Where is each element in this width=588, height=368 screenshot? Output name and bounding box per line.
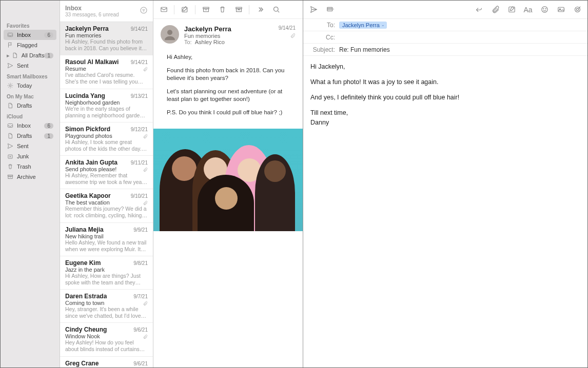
sidebar-section-title: Smart Mailboxes	[4, 71, 56, 80]
message-subject: Neighborhood garden	[65, 99, 148, 106]
send-button[interactable]	[306, 3, 321, 16]
sidebar-item-label: Archive	[17, 174, 36, 180]
message-list-header: Inbox 33 messages, 6 unread	[60, 1, 153, 22]
message-from: Cindy Cheung	[65, 326, 107, 333]
compose-body[interactable]: Hi Jackelyn,What a fun photo! It was a j…	[303, 56, 587, 367]
message-item[interactable]: Eugene Kim9/8/21Jazz in the parkHi Ashle…	[60, 256, 153, 290]
attachment-icon	[279, 33, 296, 39]
message-item[interactable]: Juliana Mejia9/9/21New hiking trailHello…	[60, 223, 153, 256]
recipient-name: Ashley Rico	[195, 39, 225, 45]
svg-rect-0	[8, 33, 12, 37]
sidebar-item-label: Junk	[17, 153, 29, 159]
search-icon[interactable]	[269, 3, 283, 16]
sidebar-item-today[interactable]: Today	[4, 80, 56, 91]
archive-icon	[7, 173, 14, 180]
photo-browser-icon[interactable]	[554, 3, 568, 16]
archive-icon[interactable]	[199, 3, 213, 16]
chevron-right-icon[interactable]: ▸	[7, 52, 10, 59]
body-paragraph: Found this photo from back in 2018. Can …	[167, 67, 296, 83]
message-item[interactable]: Cindy Cheung9/6/21Window NookHey Ashley!…	[60, 323, 153, 356]
sidebar-item-label: Flagged	[17, 42, 37, 48]
message-item[interactable]: Geetika Kapoor9/10/21The best vacationRe…	[60, 189, 153, 222]
sidebar-item-inbox[interactable]: Inbox6	[4, 120, 56, 131]
message-body: Hi Ashley,Found this photo from back in …	[153, 49, 303, 129]
doc-icon	[11, 52, 18, 59]
reply-arrow-icon[interactable]	[472, 3, 486, 16]
svg-point-14	[167, 30, 172, 35]
message-date: 9/6/21	[133, 327, 148, 333]
subject-field-row[interactable]: Subject: Re: Fun memories	[303, 44, 587, 56]
sidebar-item-drafts[interactable]: Drafts1	[4, 131, 56, 141]
sidebar-section-title: iCloud	[4, 111, 56, 120]
sidebar-item-drafts[interactable]: Drafts	[4, 100, 56, 111]
sidebar-item-inbox[interactable]: Inbox6	[4, 30, 56, 40]
chevron-down-icon[interactable]: ⌄	[381, 23, 385, 27]
reply-icon[interactable]	[156, 3, 171, 16]
sidebar-item-archive[interactable]: Archive	[4, 172, 56, 182]
to-field-row[interactable]: To: Jackelyn Perra ⌄	[303, 19, 587, 31]
compose-icon[interactable]	[178, 3, 192, 16]
sidebar-item-junk[interactable]: Junk	[4, 151, 56, 161]
message-subject: Send photos please!	[65, 166, 148, 172]
emoji-icon[interactable]	[537, 3, 552, 16]
sidebar-item-sent[interactable]: Sent	[4, 60, 56, 71]
sidebar-item-label: Inbox	[17, 32, 31, 38]
sidebar-item-label: Trash	[17, 163, 31, 170]
message-subject: Window Nook	[65, 333, 148, 339]
markup-icon[interactable]	[570, 3, 584, 16]
compose-paragraph[interactable]: And yes, I definitely think you could pu…	[310, 93, 580, 102]
cc-field-row[interactable]: Cc:	[303, 31, 587, 44]
message-preview: Hi Ashley, How are things? Just spoke wi…	[65, 273, 148, 286]
message-subject: The best vacation	[65, 199, 148, 206]
more-icon[interactable]	[252, 3, 267, 16]
message-item[interactable]: Simon Pickford9/12/21Playground photosHi…	[60, 122, 153, 156]
junk-icon[interactable]	[231, 3, 246, 16]
format-icon[interactable]: Aa	[521, 3, 535, 16]
message-subject: New hiking trail	[65, 233, 148, 239]
message-item[interactable]: Lucinda Yang9/13/21Neighborhood gardenWe…	[60, 89, 153, 122]
insert-image-icon[interactable]	[504, 3, 519, 16]
header-fields-icon[interactable]	[323, 3, 337, 16]
compose-paragraph[interactable]: Till next time,Danny	[310, 108, 580, 127]
sidebar-item-trash[interactable]: Trash	[4, 161, 56, 172]
reading-toolbar	[153, 1, 303, 19]
recipient-name: Jackelyn Perra	[342, 22, 380, 28]
attachment-icon	[143, 301, 148, 307]
reading-pane: Jackelyn Perra Fun memories To:Ashley Ri…	[153, 1, 303, 367]
sidebar-item-flagged[interactable]: Flagged	[4, 40, 56, 50]
recipient-token[interactable]: Jackelyn Perra ⌄	[339, 22, 387, 29]
svg-point-18	[543, 9, 543, 9]
message-from: Eugene Kim	[65, 259, 101, 267]
filter-icon[interactable]	[140, 6, 148, 16]
sidebar-item-sent[interactable]: Sent	[4, 141, 56, 151]
sidebar-item-label: All Drafts	[22, 52, 45, 58]
attach-icon[interactable]	[488, 3, 502, 16]
message-from: Juliana Mejia	[65, 226, 104, 233]
message-date: 9/14/21	[131, 59, 148, 65]
message-subject: Coming to town	[65, 300, 148, 306]
attachment-icon	[143, 200, 148, 207]
subject-input[interactable]: Re: Fun memories	[339, 46, 580, 53]
svg-rect-5	[8, 176, 12, 179]
sender-name: Jackelyn Perra	[184, 25, 273, 33]
junk-icon	[7, 153, 14, 160]
sender-avatar	[161, 25, 179, 44]
svg-rect-7	[161, 7, 166, 12]
message-preview: Hello Ashley, We found a new trail when …	[65, 239, 148, 253]
message-item[interactable]: Ankita Jain Gupta9/11/21Send photos plea…	[60, 156, 153, 189]
message-from: Simon Pickford	[65, 126, 110, 133]
svg-point-1	[9, 85, 11, 87]
delete-icon[interactable]	[215, 3, 229, 16]
message-item[interactable]: Daren Estrada9/7/21Coming to townHey, st…	[60, 290, 153, 323]
message-item[interactable]: Greg Crane9/6/21New ways to take your ph…	[60, 357, 153, 368]
unread-badge: 6	[44, 123, 53, 129]
attached-photo[interactable]	[153, 129, 303, 231]
to-label: To:	[310, 22, 335, 29]
compose-paragraph[interactable]: What a fun photo! It was a joy to see it…	[310, 77, 580, 87]
message-item[interactable]: Rasoul Al Malkawi9/14/21ResumeI've attac…	[60, 55, 153, 89]
sidebar-item-all-drafts[interactable]: ▸All Drafts1	[4, 50, 56, 60]
svg-point-23	[576, 8, 578, 10]
message-item[interactable]: Jackelyn Perra9/14/21Fun memoriesHi Ashl…	[60, 22, 153, 55]
compose-paragraph[interactable]: Hi Jackelyn,	[310, 62, 580, 71]
svg-rect-10	[203, 9, 208, 12]
